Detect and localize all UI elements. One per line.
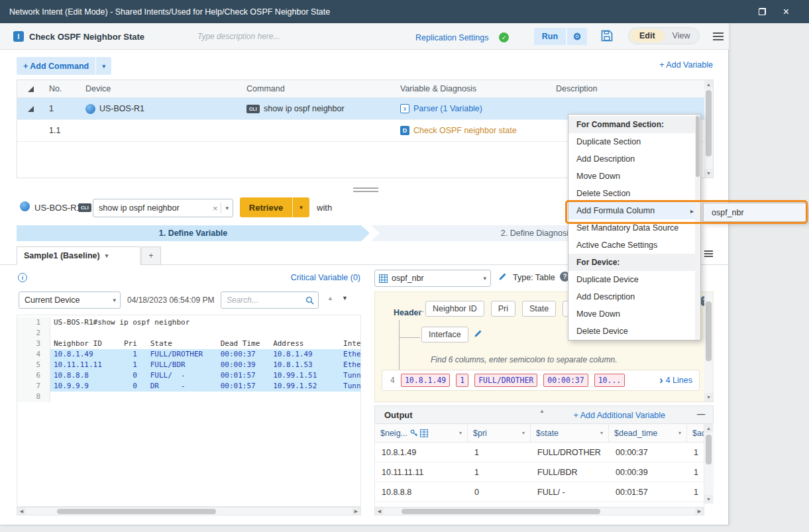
edit-toggle-button[interactable]: Edit	[630, 29, 665, 42]
menu-icon[interactable]	[713, 32, 724, 40]
find-previous-icon[interactable]: ▲	[327, 295, 333, 301]
scroll-thumb[interactable]	[706, 90, 712, 156]
add-variable-link[interactable]: + Add Variable	[659, 60, 713, 70]
command-combobox[interactable]: show ip ospf neighbor × ▾	[93, 199, 233, 217]
menu-item-add-formula-column[interactable]: Add Formula Column ▸	[568, 202, 700, 219]
scroll-down-icon[interactable]: ▼	[704, 495, 713, 504]
add-command-dropdown[interactable]: ▾	[95, 57, 111, 75]
menu-item-add-description[interactable]: Add Description	[568, 150, 700, 168]
restore-window-icon[interactable]	[759, 8, 766, 15]
output-row[interactable]: 10.8.8.8 0 FULL/ - 00:01:57 1	[375, 482, 704, 502]
add-sample-tab-button[interactable]: +	[141, 246, 161, 265]
menu-item-duplicate-section[interactable]: Duplicate Section	[568, 133, 700, 150]
scroll-thumb[interactable]	[402, 509, 600, 514]
replication-settings-link[interactable]: Replication Settings	[415, 33, 488, 42]
critical-variable-link[interactable]: Critical Variable (0)	[291, 273, 360, 282]
row-diagnosis-cell: DCheck OSPF neighbor state	[395, 126, 551, 135]
search-input[interactable]	[221, 295, 305, 305]
tab-sample1-baseline[interactable]: Sample1 (Baseline) ▾	[17, 246, 140, 265]
output-col-neighbor[interactable]: $neig... ▾	[375, 424, 468, 442]
menu-scrollbar[interactable]	[695, 115, 700, 340]
keyword-box[interactable]: Pri	[491, 301, 515, 317]
keyword-box[interactable]: Neighbor ID	[425, 301, 484, 317]
row-expand-cell[interactable]	[17, 106, 44, 112]
connector-line	[416, 311, 424, 312]
output-col-address[interactable]: $add	[687, 424, 704, 442]
scroll-right-icon[interactable]: ▶	[352, 507, 360, 515]
collapse-output-icon[interactable]: ▲	[539, 408, 545, 414]
menu-item-set-mandatory-data-source[interactable]: Set Mandatory Data Source	[568, 219, 700, 237]
menu-item-delete-section[interactable]: Delete Section	[568, 185, 700, 202]
scroll-thumb[interactable]	[706, 435, 712, 464]
view-toggle-button[interactable]: View	[665, 29, 698, 42]
search-icon[interactable]	[305, 296, 318, 305]
expand-corner-icon	[28, 106, 34, 112]
output-horizontal-scrollbar[interactable]: ◀ ▶	[374, 507, 704, 515]
expand-lines-link[interactable]: › 4 Lines	[659, 374, 692, 386]
keyword-box[interactable]: State	[522, 301, 556, 317]
description-input[interactable]	[197, 30, 366, 43]
output-col-pri[interactable]: $pri▾	[468, 424, 531, 442]
close-icon[interactable]: ×	[783, 6, 789, 18]
menu-item-move-down-device[interactable]: Move Down	[568, 305, 700, 323]
sample-list-icon[interactable]	[704, 250, 713, 257]
scroll-up-icon[interactable]: ▲	[704, 424, 713, 433]
output-cell: 1	[687, 482, 704, 502]
menu-item-move-down[interactable]: Move Down	[568, 168, 700, 185]
scroll-left-icon[interactable]: ◀	[17, 507, 26, 515]
run-button[interactable]: Run	[534, 28, 566, 45]
parser-link[interactable]: Parser (1 Variable)	[413, 104, 482, 113]
output-row[interactable]: 10.11.11.11 1 FULL/BDR 00:00:39 1	[375, 462, 704, 482]
menu-item-active-cache-settings[interactable]: Active Cache Settings	[568, 237, 700, 254]
table-column-icon[interactable]	[420, 429, 428, 437]
table-vertical-scrollbar[interactable]: ▲ ▼	[704, 80, 713, 178]
add-additional-variable-link[interactable]: + Add Additional Variable	[574, 411, 665, 420]
output-vertical-scrollbar[interactable]: ▲ ▼	[704, 424, 714, 504]
edit-variable-button[interactable]	[498, 272, 508, 284]
add-command-button[interactable]: + Add Command ▾	[17, 57, 111, 75]
scroll-right-icon[interactable]: ▶	[695, 507, 704, 515]
menu-item-add-description-device[interactable]: Add Description	[568, 288, 700, 305]
device-scope-select[interactable]: Current Device ▾	[19, 292, 121, 309]
sample-horizontal-scrollbar[interactable]: ◀ ▶	[17, 507, 361, 515]
row-command-cell: CLIshow ip ospf neighbor	[241, 104, 395, 113]
diagnosis-link[interactable]: Check OSPF neighbor state	[413, 126, 517, 135]
scroll-thumb[interactable]	[706, 301, 712, 361]
output-col-state[interactable]: $state▾	[531, 424, 609, 442]
scroll-up-icon[interactable]: ▲	[704, 80, 713, 89]
expand-corner-icon	[28, 86, 34, 92]
clear-icon[interactable]: ×	[209, 203, 221, 213]
chevron-down-icon[interactable]: ▾	[522, 430, 525, 436]
output-col-dead-time[interactable]: $dead_time▾	[609, 424, 687, 442]
parser-vertical-scrollbar[interactable]: ▼	[704, 292, 713, 401]
menu-item-delete-device[interactable]: Delete Device	[568, 323, 700, 340]
wizard-step-define-variable[interactable]: 1. Define Variable	[17, 225, 370, 241]
menu-item-duplicate-device[interactable]: Duplicate Device	[568, 271, 700, 288]
retrieve-dropdown[interactable]: ▾	[292, 197, 309, 217]
cli-icon: CLI	[78, 203, 91, 212]
minimize-output-icon[interactable]: —	[697, 409, 705, 419]
output-row[interactable]: 10.8.1.49 1 FULL/DROTHER 00:00:37 1	[375, 443, 704, 462]
variable-combobox[interactable]: ospf_nbr ▾	[374, 270, 491, 287]
scroll-left-icon[interactable]: ◀	[375, 507, 384, 515]
scroll-down-icon[interactable]: ▼	[704, 169, 713, 178]
expand-all-cell[interactable]	[17, 86, 44, 92]
edit-keywords-button[interactable]	[474, 329, 483, 341]
chevron-down-icon[interactable]: ▾	[678, 430, 681, 436]
scroll-down-icon[interactable]: ▼	[704, 393, 713, 401]
menu-header-command-section: For Command Section:	[568, 116, 700, 133]
sample-text-viewer[interactable]: 1US-BOS-R1#show ip ospf neighbor 2 3Neig…	[17, 315, 361, 507]
scroll-thumb[interactable]	[57, 509, 216, 514]
chevron-down-icon[interactable]: ▾	[221, 205, 233, 211]
chevron-down-icon[interactable]: ▾	[105, 252, 109, 259]
splitter-handle[interactable]	[353, 187, 378, 192]
submenu-item-ospf-nbr[interactable]: ospf_nbr	[704, 203, 806, 221]
scroll-thumb[interactable]	[696, 116, 700, 177]
retrieve-button[interactable]: Retrieve	[240, 197, 292, 217]
chevron-down-icon[interactable]: ▾	[459, 430, 462, 436]
chevron-down-icon[interactable]: ▾	[600, 430, 603, 436]
run-settings-button[interactable]: ⚙	[567, 28, 587, 45]
keyword-box[interactable]: Interface	[421, 327, 468, 343]
find-next-icon[interactable]: ▼	[342, 295, 348, 301]
save-button[interactable]	[600, 29, 614, 45]
